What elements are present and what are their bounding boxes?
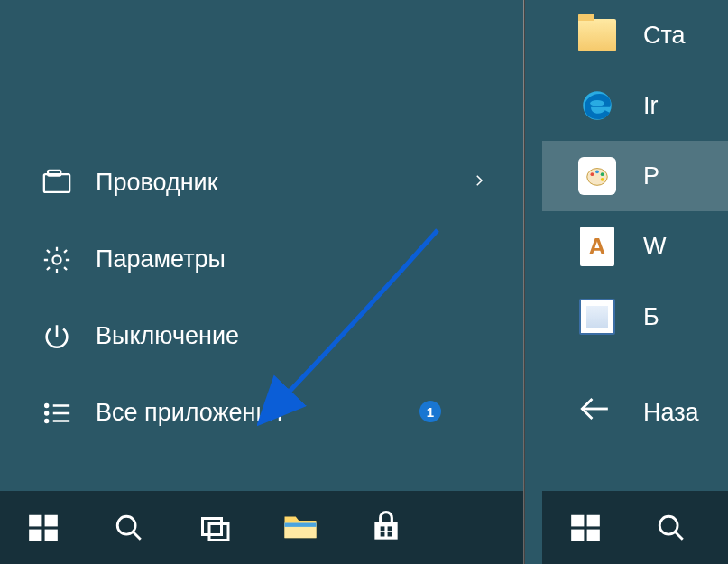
file-explorer-taskbar-button[interactable] <box>257 491 343 564</box>
svg-rect-30 <box>387 532 392 536</box>
folder-icon <box>576 14 618 56</box>
svg-point-10 <box>590 100 604 106</box>
svg-line-36 <box>675 532 683 540</box>
app-item-wordpad[interactable]: A W <box>542 211 728 282</box>
svg-rect-17 <box>29 514 41 526</box>
svg-point-5 <box>45 411 48 414</box>
taskbar-right <box>542 491 728 564</box>
app-label: Ста <box>643 22 686 50</box>
power-label: Выключение <box>96 322 239 350</box>
app-item-paint[interactable]: P <box>542 141 728 211</box>
svg-rect-32 <box>586 514 599 526</box>
pane-divider <box>523 0 525 564</box>
app-label: Ir <box>643 92 659 120</box>
internet-explorer-icon <box>576 85 618 126</box>
app-item-box[interactable]: Б <box>542 282 728 352</box>
file-explorer-icon <box>281 510 319 546</box>
task-view-icon <box>198 512 231 544</box>
store-icon <box>369 511 403 545</box>
svg-rect-34 <box>586 529 599 541</box>
settings-label: Параметры <box>96 245 226 273</box>
svg-point-2 <box>52 255 60 264</box>
app-label: W <box>643 233 666 261</box>
svg-rect-27 <box>380 526 384 531</box>
svg-point-12 <box>591 172 594 176</box>
windows-logo-icon <box>26 511 60 545</box>
app-list-pane: Ста Ir P A W Б <box>542 0 728 564</box>
svg-rect-24 <box>209 523 228 540</box>
search-icon <box>114 513 144 543</box>
svg-rect-1 <box>48 170 60 175</box>
svg-rect-0 <box>44 174 69 192</box>
task-view-button[interactable] <box>171 491 257 564</box>
gear-icon <box>41 245 72 275</box>
svg-rect-26 <box>284 522 316 526</box>
search-icon <box>656 513 687 543</box>
app-item-ie[interactable]: Ir <box>542 70 728 141</box>
annotation-badge: 1 <box>419 401 441 422</box>
back-label: Наза <box>643 399 699 427</box>
start-button[interactable] <box>0 491 86 564</box>
start-menu-left: Проводник Параметры <box>0 0 514 564</box>
svg-point-13 <box>595 170 599 173</box>
svg-rect-20 <box>44 529 57 541</box>
svg-rect-29 <box>380 532 384 536</box>
store-taskbar-button[interactable] <box>343 491 429 564</box>
svg-rect-33 <box>571 529 584 541</box>
svg-point-35 <box>659 516 677 534</box>
back-arrow-icon <box>576 392 618 434</box>
explorer-menu-item[interactable]: Проводник <box>0 144 514 221</box>
svg-point-14 <box>601 172 604 176</box>
explorer-label: Проводник <box>96 169 217 197</box>
windows-logo-icon <box>568 511 603 545</box>
search-button-right[interactable] <box>628 491 714 564</box>
svg-point-7 <box>45 420 48 422</box>
svg-rect-23 <box>202 518 221 534</box>
taskbar-left <box>0 491 523 564</box>
svg-point-15 <box>601 178 604 181</box>
chevron-right-icon <box>471 172 487 193</box>
app-label: P <box>643 162 659 190</box>
svg-rect-18 <box>44 514 57 526</box>
app-label: Б <box>643 303 659 331</box>
svg-rect-19 <box>29 529 41 541</box>
paint-icon <box>576 155 618 197</box>
svg-line-22 <box>133 532 141 540</box>
svg-rect-31 <box>571 514 584 526</box>
search-button[interactable] <box>86 491 171 564</box>
document-icon <box>576 296 618 337</box>
all-apps-icon <box>41 398 72 429</box>
power-icon <box>41 321 72 352</box>
back-button[interactable]: Наза <box>542 374 699 451</box>
app-item-folder[interactable]: Ста <box>542 0 728 70</box>
svg-point-3 <box>45 404 48 407</box>
explorer-icon <box>41 168 72 199</box>
app-list: Ста Ir P A W Б <box>542 0 728 352</box>
svg-point-21 <box>117 516 135 534</box>
settings-menu-item[interactable]: Параметры <box>0 221 514 298</box>
wordpad-icon: A <box>576 226 618 267</box>
all-apps-label: Все приложения <box>96 399 282 427</box>
start-button-right[interactable] <box>542 491 628 564</box>
svg-rect-28 <box>387 526 392 531</box>
power-menu-item[interactable]: Выключение <box>0 298 514 374</box>
